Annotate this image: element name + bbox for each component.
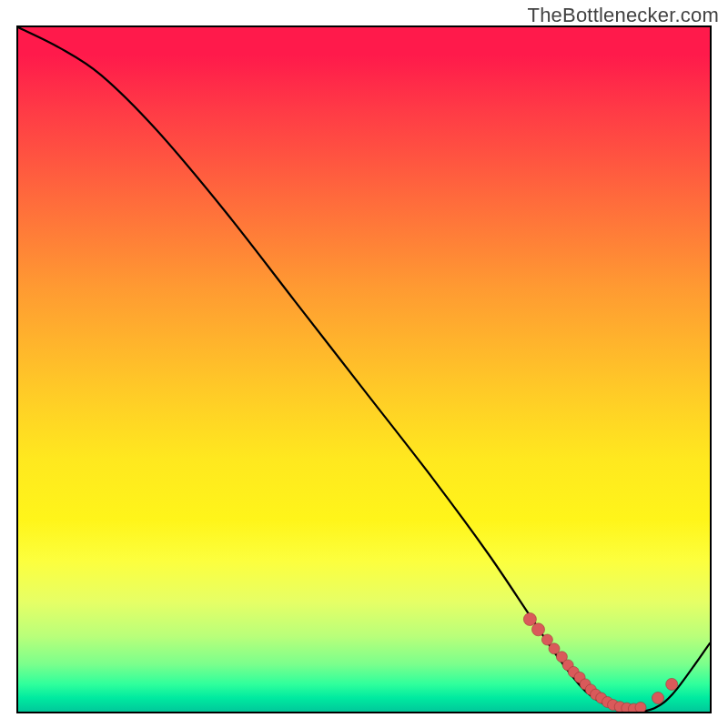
marker-dot [523, 613, 536, 626]
plot-area [16, 25, 712, 713]
chart-container: TheBottlenecker.com [0, 0, 728, 728]
marker-dot [541, 634, 552, 645]
bottleneck-curve [18, 27, 710, 712]
attribution-label: TheBottlenecker.com [528, 4, 719, 27]
marker-dot [652, 693, 664, 704]
marker-dot [666, 678, 678, 690]
marker-dot [532, 623, 545, 636]
marker-group [523, 613, 677, 713]
marker-dot [635, 703, 646, 713]
curve-layer [18, 27, 710, 712]
